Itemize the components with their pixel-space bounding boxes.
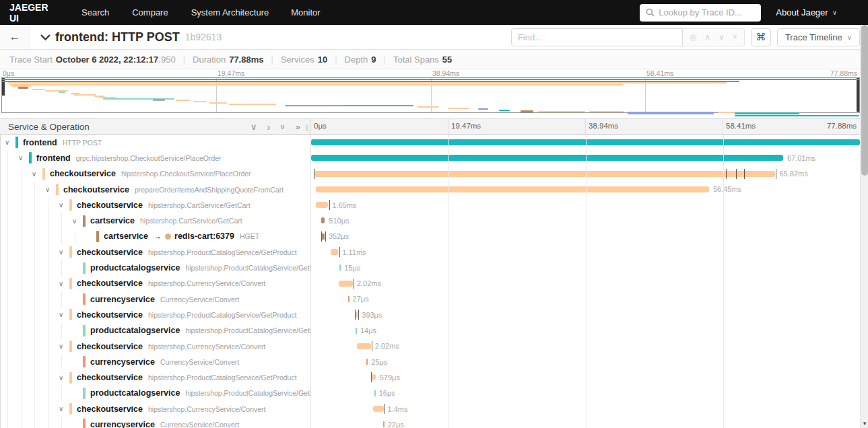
- span-duration-bar[interactable]: [316, 202, 328, 208]
- expand-chevron-icon[interactable]: ∨: [18, 154, 29, 162]
- nav-item-search[interactable]: Search: [70, 7, 121, 17]
- span-duration-bar[interactable]: [356, 328, 357, 334]
- clear-search-icon[interactable]: ×: [733, 32, 737, 42]
- expand-chevron-icon[interactable]: ∨: [5, 139, 15, 146]
- service-color-bar: [42, 168, 45, 180]
- trace-view-selector[interactable]: Trace Timeline ∨: [777, 28, 860, 46]
- tree-indent-guide: [48, 338, 48, 354]
- span-tree-cell[interactable]: productcatalogservicehipstershop.Product…: [1, 260, 311, 275]
- scrollbar-down-arrow[interactable]: ▾: [861, 420, 868, 427]
- span-duration-bar[interactable]: [314, 171, 776, 177]
- expand-chevron-icon[interactable]: ∨: [59, 374, 69, 382]
- expand-all-icon[interactable]: »: [296, 122, 300, 131]
- span-duration-bar[interactable]: [316, 186, 709, 192]
- trace-span-row[interactable]: productcatalogservicehipstershop.Product…: [1, 386, 860, 401]
- back-button[interactable]: ←: [0, 25, 30, 49]
- span-duration-bar[interactable]: [331, 249, 339, 255]
- timeline-tick-label: 38.94ms: [589, 122, 618, 130]
- span-duration-bar[interactable]: [311, 155, 783, 161]
- span-duration-bar[interactable]: [339, 281, 353, 287]
- trace-span-row[interactable]: ∨checkoutservicehipstershop.ProductCatal…: [1, 369, 860, 385]
- span-tree-cell[interactable]: ∨checkoutservicehipstershop.CurrencyServ…: [1, 338, 311, 354]
- focus-match-icon[interactable]: ◎: [690, 32, 696, 42]
- service-color-bar: [69, 372, 72, 384]
- trace-overview-minimap[interactable]: [1, 77, 860, 113]
- column-resizer-grip[interactable]: ∥: [305, 124, 308, 131]
- span-duration-bar[interactable]: [366, 359, 368, 365]
- prev-match-icon[interactable]: ∧: [704, 32, 710, 42]
- find-input[interactable]: [511, 28, 683, 46]
- span-tree-cell[interactable]: ∨checkoutservicehipstershop.ProductCatal…: [1, 307, 311, 322]
- expand-chevron-icon[interactable]: ∨: [72, 217, 83, 225]
- span-tree-cell[interactable]: ∨checkoutservicehipstershop.CheckoutServ…: [1, 166, 311, 182]
- span-duration-bar[interactable]: [383, 421, 385, 427]
- span-tree-cell[interactable]: currencyserviceCurrencyService/Convert: [1, 354, 311, 369]
- trace-span-row[interactable]: ∨checkoutservicehipstershop.ProductCatal…: [1, 307, 860, 322]
- span-tree-cell[interactable]: ∨checkoutservicehipstershop.CartService/…: [1, 197, 311, 213]
- collapse-all-icon[interactable]: »: [279, 124, 288, 129]
- span-tree-cell[interactable]: ∨checkoutserviceprepareOrderItemsAndShip…: [1, 182, 311, 197]
- span-tree-cell[interactable]: ∨cartservicehipstershop.CartService/GetC…: [1, 213, 311, 228]
- about-jaeger-menu[interactable]: About Jaeger ∨: [776, 7, 837, 17]
- span-tree-cell[interactable]: ∨checkoutservicehipstershop.ProductCatal…: [1, 244, 311, 260]
- keyboard-shortcuts-button[interactable]: ⌘: [751, 28, 771, 46]
- span-duration-bar[interactable]: [322, 234, 325, 240]
- trace-span-row[interactable]: productcatalogservicehipstershop.Product…: [1, 260, 860, 275]
- trace-span-row[interactable]: ∨frontendHTTP POST: [1, 135, 860, 150]
- trace-span-row[interactable]: cartservice→redis-cart:6379HGET352μs: [1, 229, 860, 244]
- vertical-scrollbar[interactable]: ▾: [860, 25, 868, 428]
- trace-span-row[interactable]: currencyserviceCurrencyService/Convert27…: [1, 291, 860, 307]
- trace-lookup-input[interactable]: Lookup by Trace ID...: [640, 4, 761, 22]
- nav-item-system-architecture[interactable]: System Architecture: [180, 7, 280, 17]
- span-tree-cell[interactable]: cartservice→redis-cart:6379HGET: [1, 229, 311, 244]
- expand-chevron-icon[interactable]: ∨: [59, 311, 69, 318]
- span-tree-cell[interactable]: ∨frontendgrpc.hipstershop.CheckoutServic…: [1, 150, 311, 166]
- span-duration-bar[interactable]: [372, 374, 376, 380]
- expand-chevron-icon[interactable]: ∨: [32, 170, 42, 178]
- trace-span-row[interactable]: ∨checkoutservicehipstershop.ProductCatal…: [1, 244, 860, 260]
- span-tree-cell[interactable]: ∨checkoutservicehipstershop.CurrencyServ…: [1, 276, 311, 291]
- span-tree-cell[interactable]: currencyserviceCurrencyService/Convert: [1, 417, 311, 428]
- trace-span-row[interactable]: ∨checkoutservicehipstershop.CurrencyServ…: [1, 276, 860, 291]
- expand-one-icon[interactable]: ›: [267, 122, 271, 132]
- expand-chevron-icon[interactable]: ∨: [59, 201, 69, 209]
- collapse-trace-detail-toggle[interactable]: [40, 34, 51, 41]
- span-duration-bar[interactable]: [355, 312, 358, 318]
- next-match-icon[interactable]: ∨: [719, 32, 725, 42]
- trace-span-row[interactable]: currencyserviceCurrencyService/Convert25…: [1, 354, 860, 369]
- expand-chevron-icon[interactable]: ∨: [59, 248, 69, 256]
- operation-name: hipstershop.CartService/GetCart: [148, 201, 251, 209]
- span-duration-bar[interactable]: [373, 406, 383, 412]
- expand-chevron-icon[interactable]: ∨: [59, 343, 69, 350]
- trace-span-row[interactable]: ∨checkoutservicehipstershop.CurrencyServ…: [1, 401, 860, 417]
- span-duration-bar[interactable]: [348, 296, 349, 302]
- trace-span-row[interactable]: productcatalogservicehipstershop.Product…: [1, 323, 860, 338]
- span-tree-cell[interactable]: ∨checkoutservicehipstershop.CurrencyServ…: [1, 401, 311, 417]
- span-duration-bar[interactable]: [374, 390, 376, 396]
- trace-span-row[interactable]: ∨checkoutservicehipstershop.CartService/…: [1, 197, 860, 213]
- trace-span-row[interactable]: ∨checkoutservicehipstershop.CheckoutServ…: [1, 166, 860, 182]
- trace-span-row[interactable]: ∨cartservicehipstershop.CartService/GetC…: [1, 213, 860, 228]
- span-tree-cell[interactable]: productcatalogservicehipstershop.Product…: [1, 323, 311, 338]
- span-tree-cell[interactable]: ∨checkoutservicehipstershop.ProductCatal…: [1, 369, 311, 385]
- nav-item-monitor[interactable]: Monitor: [279, 7, 331, 17]
- span-duration-bar[interactable]: [357, 343, 371, 349]
- scrollbar-thumb[interactable]: [861, 25, 868, 176]
- span-tree-cell[interactable]: ∨frontendHTTP POST: [1, 135, 311, 150]
- nav-item-compare[interactable]: Compare: [121, 7, 179, 17]
- trace-span-row[interactable]: ∨frontendgrpc.hipstershop.CheckoutServic…: [1, 150, 860, 166]
- expand-chevron-icon[interactable]: ∨: [59, 280, 69, 287]
- collapse-one-icon[interactable]: ∨: [251, 122, 257, 131]
- expand-chevron-icon[interactable]: ∨: [59, 405, 69, 413]
- span-tree-cell[interactable]: currencyserviceCurrencyService/Convert: [1, 291, 311, 307]
- trace-span-row[interactable]: ∨checkoutservicehipstershop.CurrencyServ…: [1, 338, 860, 354]
- trace-span-row[interactable]: currencyserviceCurrencyService/Convert22…: [1, 417, 860, 428]
- app-logo[interactable]: JAEGER UI: [0, 2, 70, 24]
- span-duration-bar[interactable]: [321, 217, 325, 223]
- expand-chevron-icon[interactable]: ∨: [45, 186, 56, 193]
- range-handle-right[interactable]: [857, 78, 859, 112]
- span-tree-cell[interactable]: productcatalogservicehipstershop.Product…: [1, 386, 311, 401]
- span-duration-bar[interactable]: [339, 264, 341, 271]
- service-name: productcatalogservice: [90, 326, 180, 335]
- trace-span-row[interactable]: ∨checkoutserviceprepareOrderItemsAndShip…: [1, 182, 860, 197]
